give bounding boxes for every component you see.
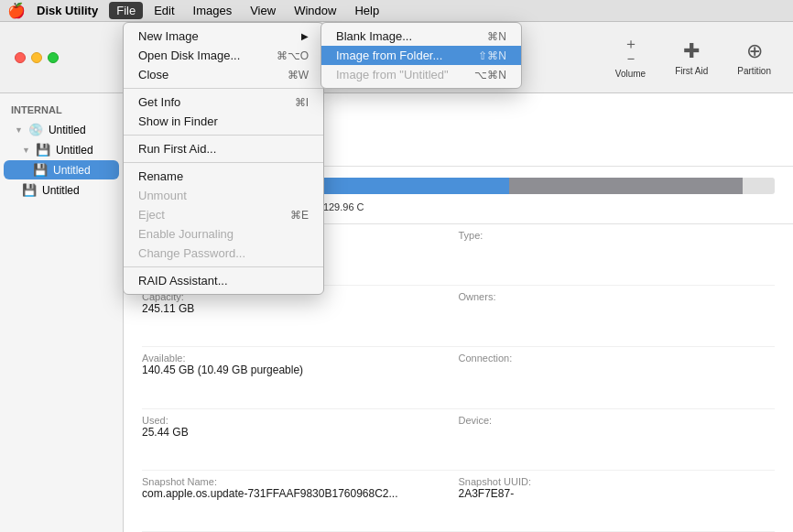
info-value-capacity: 245.11 GB: [142, 302, 459, 315]
legend-free-value: 129.96 C: [323, 201, 364, 212]
menu-label: Show in Finder: [138, 114, 218, 128]
menu-item-eject: Eject ⌘E: [124, 205, 323, 224]
menu-label: New Image: [138, 29, 199, 43]
info-label-available: Available:: [142, 353, 459, 364]
info-used: Used: 25.44 GB: [142, 409, 459, 471]
info-device: Device:: [459, 409, 776, 471]
menu-label: Change Password...: [138, 246, 245, 260]
menu-shortcut: ⌘⌥O: [277, 49, 309, 62]
menu-label: Open Disk Image...: [138, 49, 240, 62]
info-value-snapshot-uuid: 2A3F7E87-: [459, 487, 776, 500]
main-content: Internal ▼ 💿 Untitled ▼ 💾 Untitled 💾 Unt…: [0, 93, 793, 532]
menu-shortcut: ⌥⌘N: [474, 69, 506, 81]
disk-bar-other: [509, 178, 744, 194]
menu-item-image-from-folder[interactable]: Image from Folder... ⇧⌘N: [321, 46, 521, 65]
menu-shortcut: ⌘W: [288, 69, 309, 81]
info-value-used: 25.44 GB: [142, 426, 459, 439]
menu-separator: [124, 266, 323, 267]
info-snapshot-uuid: Snapshot UUID: 2A3F7E87-: [459, 471, 776, 532]
menu-item-run-firstaid[interactable]: Run First Aid...: [124, 139, 323, 158]
menu-item-rename[interactable]: Rename: [124, 167, 323, 186]
chevron-down-icon: ▼: [22, 146, 30, 155]
menu-item-close[interactable]: Close ⌘W: [124, 65, 323, 84]
info-type: Type:: [459, 224, 776, 286]
disk-icon: 💿: [28, 123, 43, 136]
menu-item-unmount: Unmount: [124, 186, 323, 205]
menu-shortcut: ⇧⌘N: [478, 49, 506, 62]
partition-button[interactable]: ⊕ Partition: [730, 36, 778, 80]
info-label-connection: Connection:: [459, 353, 776, 364]
snapshot-icon: 💾: [33, 163, 48, 177]
menubar-view[interactable]: View: [243, 2, 283, 19]
menu-item-enable-journaling: Enable Journaling: [124, 224, 323, 244]
menubar-window[interactable]: Window: [287, 2, 343, 19]
menu-label: Blank Image...: [336, 29, 412, 43]
sidebar-item-volume2[interactable]: 💾 Untitled: [4, 180, 119, 200]
chevron-down-icon: ▼: [15, 125, 23, 135]
plus-icon: ＋: [624, 37, 638, 51]
info-available: Available: 140.45 GB (10.49 GB purgeable…: [142, 347, 459, 408]
menu-item-show-finder[interactable]: Show in Finder: [124, 112, 323, 131]
menubar-file[interactable]: File: [109, 2, 143, 19]
info-snapshot-name: Snapshot Name: com.apple.os.update-731FF…: [142, 471, 459, 532]
menu-label: Close: [138, 68, 168, 81]
menu-shortcut: ⌘N: [487, 30, 506, 43]
menu-label: Rename: [138, 169, 183, 183]
menu-item-get-info[interactable]: Get Info ⌘I: [124, 92, 323, 112]
menu-label: Image from "Untitled": [336, 68, 449, 81]
first-aid-button[interactable]: ✚ First Aid: [668, 36, 715, 80]
menu-item-new-image[interactable]: New Image ▶: [124, 27, 323, 46]
info-label-used: Used:: [142, 415, 459, 426]
menu-label: Run First Aid...: [138, 142, 216, 156]
new-image-submenu: Blank Image... ⌘N Image from Folder... ⇧…: [320, 22, 522, 89]
submenu-arrow-icon: ▶: [301, 31, 309, 41]
sidebar-item-snapshot1[interactable]: 💾 Untitled: [4, 160, 119, 179]
menu-item-blank-image[interactable]: Blank Image... ⌘N: [321, 27, 521, 46]
info-owners: Owners:: [459, 286, 776, 347]
volume2-icon: 💾: [22, 183, 37, 197]
sidebar-item-label: Untitled: [56, 144, 112, 157]
disk-bar-free: [743, 178, 775, 194]
menu-shortcut: ⌘I: [295, 96, 309, 109]
info-value-available: 140.45 GB (10.49 GB purgeable): [142, 364, 459, 376]
sidebar: Internal ▼ 💿 Untitled ▼ 💾 Untitled 💾 Unt…: [0, 93, 124, 532]
menu-label: Unmount: [138, 189, 187, 202]
info-label-snapshot-uuid: Snapshot UUID:: [459, 476, 776, 487]
toolbar-actions: ＋ － Volume ✚ First Aid ⊕ Partition: [608, 33, 778, 82]
sidebar-item-label: Untitled: [42, 184, 112, 197]
maximize-button[interactable]: [48, 52, 59, 63]
info-label-type: Type:: [459, 230, 776, 241]
apple-icon: 🍎: [7, 2, 26, 19]
menu-separator: [124, 135, 323, 136]
menu-item-change-password: Change Password...: [124, 244, 323, 263]
apple-menu[interactable]: 🍎: [7, 0, 26, 22]
volume-button[interactable]: ＋ － Volume: [608, 33, 653, 82]
menu-label: Get Info: [138, 95, 180, 109]
menu-item-open-disk[interactable]: Open Disk Image... ⌘⌥O: [124, 46, 323, 65]
menubar-help[interactable]: Help: [347, 2, 386, 19]
info-label-device: Device:: [459, 415, 776, 426]
info-capacity: Capacity: 245.11 GB: [142, 286, 459, 347]
sidebar-item-disk1[interactable]: ▼ 💿 Untitled: [4, 120, 119, 139]
minimize-button[interactable]: [31, 52, 42, 63]
partition-label: Partition: [737, 66, 771, 76]
menu-item-raid-assistant[interactable]: RAID Assistant...: [124, 271, 323, 290]
info-label-snapshot-name: Snapshot Name:: [142, 476, 459, 487]
menubar-disk-utility[interactable]: Disk Utility: [29, 2, 105, 19]
sidebar-item-label: Untitled: [53, 164, 112, 177]
file-menu: New Image ▶ Open Disk Image... ⌘⌥O Close…: [123, 22, 324, 295]
close-button[interactable]: [15, 52, 26, 63]
menu-separator: [124, 88, 323, 89]
info-value-snapshot-name: com.apple.os.update-731FFAAF9830B1760968…: [142, 487, 459, 500]
info-label-owners: Owners:: [459, 291, 776, 302]
first-aid-icon: ✚: [683, 39, 700, 63]
menu-label: Enable Journaling: [138, 227, 234, 241]
menu-label: RAID Assistant...: [138, 274, 228, 288]
menubar: 🍎 Disk Utility File Edit Images View Win…: [0, 0, 793, 22]
sidebar-item-volume1[interactable]: ▼ 💾 Untitled: [4, 140, 119, 159]
menubar-edit[interactable]: Edit: [147, 2, 181, 19]
menubar-images[interactable]: Images: [186, 2, 240, 19]
menu-item-image-from-untitled: Image from "Untitled" ⌥⌘N: [321, 65, 521, 84]
volume-label: Volume: [615, 69, 646, 79]
menu-label: Eject: [138, 208, 165, 222]
